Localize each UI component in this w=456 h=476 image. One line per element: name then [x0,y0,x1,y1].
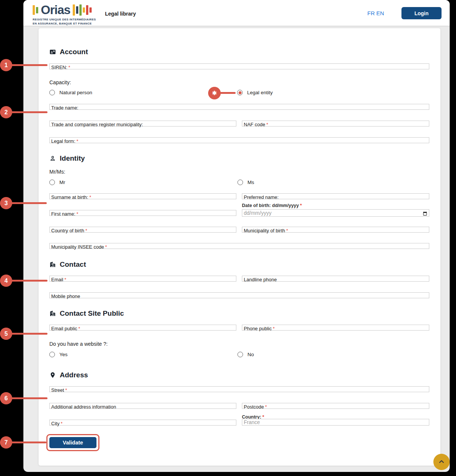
annotation-line-5 [11,333,47,335]
naf-code-input[interactable]: NAF code* [242,121,429,127]
logo-bar [79,4,82,16]
chevron-up-icon [438,458,445,466]
field-label: Surname at birth:* [50,195,91,200]
logo-bar [89,7,92,13]
street-input[interactable]: Street* [49,386,429,392]
orias-logo[interactable]: Orias REGISTRE UNIQUE DES INTERMÉDIAIRES… [33,3,96,25]
field-label: Preferred name: [242,195,279,200]
annotation-line-3 [11,202,47,204]
field-label: Email public* [50,326,80,331]
radio-circle[interactable] [49,180,55,185]
field-label: Phone public* [242,326,275,331]
field-label: First name:* [50,211,78,217]
trade-name-input[interactable]: Trade name: [49,104,429,110]
legal-form-input[interactable]: Legal form:* [49,137,429,143]
logo-title: Orias [41,3,70,17]
radio-website-yes[interactable]: Yes [49,352,68,357]
field-label: NAF code* [242,122,268,127]
header: Orias REGISTRE UNIQUE DES INTERMÉDIAIRES… [23,0,450,26]
logo-bar [76,6,78,14]
logo-bar [83,7,85,13]
annotation-badge-4: 4 [0,275,12,287]
siren-input[interactable]: SIREN:* [49,63,429,69]
mobile-phone-input[interactable]: Mobile phone [49,292,429,298]
field-label: Email* [50,277,66,282]
required-mark: * [68,65,70,70]
section-title: Identity [60,154,85,163]
annotation-line-2 [11,111,47,113]
radio-circle-selected[interactable] [237,90,243,95]
section-identity: Identity [49,154,85,163]
radio-circle[interactable] [237,180,243,185]
radio-mr[interactable]: Mr [49,180,65,185]
annotation-badge-1: 1 [0,59,12,71]
logo-bar [73,4,75,16]
validate-button[interactable]: Validate [49,437,96,448]
section-contact-site-public: Contact Site Public [49,309,124,318]
annotation-line-7 [11,441,46,443]
nav-legal-library[interactable]: Legal library [105,11,136,17]
capacity-label: Capacity: [49,79,71,85]
annotation-line-4 [11,280,47,282]
language-switcher[interactable]: FR EN [367,10,384,16]
radio-ms[interactable]: Ms [237,180,254,185]
radio-label: Ms [247,180,254,185]
browser-page: Orias REGISTRE UNIQUE DES INTERMÉDIAIRES… [23,0,450,472]
annotation-badge-asterisk: ✱ [208,87,221,99]
radio-label: Mr [59,180,65,185]
radio-label: Legal entity [247,90,273,95]
field-label: City* [50,421,62,426]
field-label: Country of birth* [50,228,87,233]
phone-public-input[interactable]: Phone public* [242,325,429,331]
date-placeholder: dd/mm/yyyy [244,210,272,216]
field-label: Postcode* [242,404,267,410]
person-icon [49,155,56,162]
field-label: Trade name: [50,105,78,111]
radio-circle[interactable] [49,352,55,357]
radio-label: Natural person [59,90,92,95]
country-of-birth-input[interactable]: Country of birth* [49,227,236,233]
landline-phone-input[interactable]: Landline phone [242,276,429,282]
logo-bar [36,7,38,13]
scroll-to-top-button[interactable] [433,454,450,470]
section-account: Account [49,47,88,56]
building-icon [49,310,56,317]
email-public-input[interactable]: Email public* [49,325,236,331]
radio-circle[interactable] [49,90,55,95]
date-of-birth-input[interactable]: dd/mm/yyyy [242,209,429,217]
country-value: France [244,419,260,425]
radio-legal-entity[interactable]: Legal entity [237,90,273,95]
email-input[interactable]: Email* [49,276,236,282]
section-contact: Contact [49,260,86,269]
register-municipality-input[interactable]: Trade and companies register municipalit… [49,121,236,127]
location-pin-icon [49,372,56,378]
section-title: Account [60,48,88,56]
logo-bar [33,5,35,15]
annotation-badge-6: 6 [0,392,12,404]
logo-bar [86,5,88,15]
calendar-icon[interactable] [423,211,427,216]
field-label: Additional address information [50,404,116,410]
radio-website-no[interactable]: No [237,352,254,357]
municipality-insee-code-input[interactable]: Municipality INSEE code* [49,243,429,249]
id-card-icon [49,49,56,55]
city-input[interactable]: City* [49,420,236,426]
country-input[interactable]: France [242,419,429,426]
section-address: Address [49,371,88,380]
logo-tagline-line2: EN ASSURANCE, BANQUE ET FINANCE [33,22,96,25]
radio-natural-person[interactable]: Natural person [49,90,92,95]
login-button[interactable]: Login [401,7,442,19]
date-of-birth-label: Date of birth: dd/mm/yyyy* [242,203,302,208]
building-icon [49,261,56,268]
additional-address-input[interactable]: Additional address information [49,403,236,409]
annotation-badge-3: 3 [0,197,12,209]
municipality-of-birth-input[interactable]: Municipality of birth* [242,227,429,233]
field-label: Landline phone [242,277,277,282]
logo-tagline-line1: REGISTRE UNIQUE DES INTERMÉDIAIRES [33,18,96,21]
section-title: Contact [60,260,86,269]
radio-circle[interactable] [237,352,243,357]
preferred-name-input[interactable]: Preferred name: [242,193,429,199]
postcode-input[interactable]: Postcode* [242,403,429,409]
first-name-input[interactable]: First name:* [49,210,236,216]
surname-at-birth-input[interactable]: Surname at birth:* [49,193,236,199]
